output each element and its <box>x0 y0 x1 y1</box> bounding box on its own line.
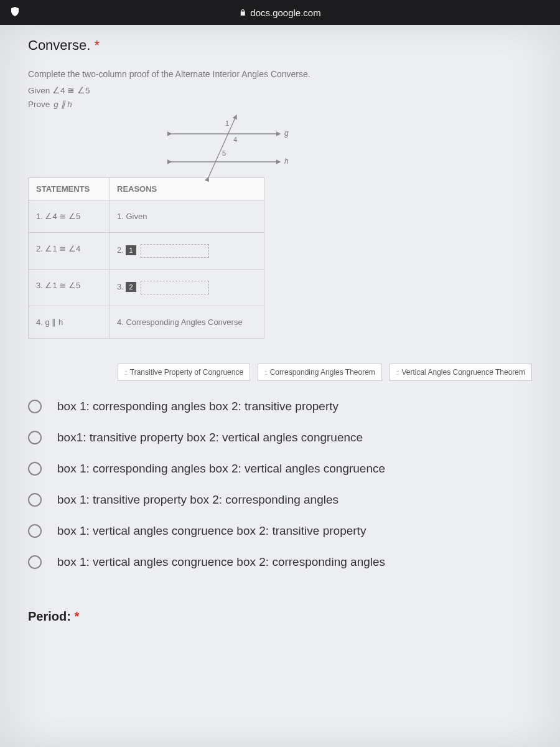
lock-icon <box>239 9 246 16</box>
required-indicator: * <box>94 37 100 53</box>
option-label: box 1: vertical angles congruence box 2:… <box>57 524 366 538</box>
prove-expression: g ∥ h <box>54 99 72 109</box>
draggable-chip[interactable]: :: Corresponding Angles Theorem <box>258 364 382 381</box>
address-bar: docs.google.com <box>239 7 320 18</box>
line-g-label: g <box>284 129 289 138</box>
given-text: Given ∠4 ≅ ∠5 <box>28 85 532 95</box>
reason-cell: 1. Given <box>110 200 264 232</box>
browser-statusbar: docs.google.com <box>0 0 560 25</box>
reason-cell: 4. Corresponding Angles Converse <box>110 306 264 338</box>
radio-option[interactable]: box 1: vertical angles congruence box 2:… <box>28 524 532 538</box>
form-page: Converse. * Complete the two-column proo… <box>0 25 560 747</box>
table-row: 2. ∠1 ≅ ∠4 2. 1 <box>29 233 264 270</box>
grip-icon: :: <box>396 369 399 376</box>
angle-4-label: 4 <box>233 136 237 143</box>
table-row: 1. ∠4 ≅ ∠5 1. Given <box>29 200 264 233</box>
svg-line-2 <box>208 115 236 177</box>
next-question-title: Period: * <box>28 609 532 624</box>
instruction-text: Complete the two-column proof of the Alt… <box>28 69 532 79</box>
url-text: docs.google.com <box>250 7 320 18</box>
option-label: box 1: corresponding angles box 2: verti… <box>57 462 385 476</box>
stmt-cell: 3. ∠1 ≅ ∠5 <box>29 270 110 306</box>
problem-block: 1 4 5 g h STATEMENTS REASONS 1. ∠4 ≅ ∠5 … <box>28 121 532 381</box>
radio-option[interactable]: box1: transitive property box 2: vertica… <box>28 431 532 444</box>
line-h-label: h <box>284 157 289 166</box>
radio-option[interactable]: box 1: corresponding angles box 2: verti… <box>28 462 532 476</box>
stmt-cell: 1. ∠4 ≅ ∠5 <box>29 200 110 232</box>
draggable-chip[interactable]: :: Vertical Angles Congruence Theorem <box>390 364 532 381</box>
option-label: box 1: corresponding angles box 2: trans… <box>57 400 338 413</box>
radio-icon[interactable] <box>28 555 42 569</box>
grip-icon: :: <box>124 369 127 376</box>
prove-text: Prove g ∥ h <box>28 99 532 109</box>
draggable-chip[interactable]: :: Transitive Property of Congruence <box>118 364 250 381</box>
answer-options: box 1: corresponding angles box 2: trans… <box>28 400 532 569</box>
radio-icon[interactable] <box>28 493 42 507</box>
proof-table: STATEMENTS REASONS 1. ∠4 ≅ ∠5 1. Given 2… <box>28 177 264 339</box>
reason-cell[interactable]: 3. 2 <box>110 270 264 306</box>
question-title: Converse. * <box>28 37 532 54</box>
drop-target-2[interactable] <box>141 281 209 294</box>
grip-icon: :: <box>264 369 267 376</box>
radio-icon[interactable] <box>28 400 42 413</box>
stmt-cell: 4. g ∥ h <box>29 306 110 338</box>
chip-bar: :: Transitive Property of Congruence :: … <box>28 364 532 381</box>
angle-5-label: 5 <box>222 149 226 157</box>
required-indicator: * <box>74 609 79 623</box>
reason-cell[interactable]: 2. 1 <box>110 233 264 269</box>
header-statements: STATEMENTS <box>29 178 110 200</box>
option-label: box 1: vertical angles congruence box 2:… <box>57 555 385 569</box>
option-label: box 1: transitive property box 2: corres… <box>57 493 338 507</box>
prove-label: Prove <box>28 100 50 109</box>
radio-icon[interactable] <box>28 462 42 476</box>
chip-label: Vertical Angles Congruence Theorem <box>401 368 525 377</box>
parallel-lines-figure: 1 4 5 g h <box>165 112 296 189</box>
table-row: 3. ∠1 ≅ ∠5 3. 2 <box>29 270 264 306</box>
question-title-text: Converse. <box>28 37 90 53</box>
table-row: 4. g ∥ h 4. Corresponding Angles Convers… <box>29 306 264 338</box>
radio-icon[interactable] <box>28 431 42 444</box>
option-label: box1: transitive property box 2: vertica… <box>57 431 363 444</box>
stmt-cell: 2. ∠1 ≅ ∠4 <box>29 233 110 269</box>
radio-icon[interactable] <box>28 524 42 538</box>
radio-option[interactable]: box 1: transitive property box 2: corres… <box>28 493 532 507</box>
chip-label: Corresponding Angles Theorem <box>270 368 375 377</box>
shield-icon <box>9 6 21 19</box>
box-number: 2 <box>126 282 136 292</box>
angle-1-label: 1 <box>225 120 229 127</box>
box-number: 1 <box>126 245 136 255</box>
drop-target-1[interactable] <box>141 244 209 258</box>
radio-option[interactable]: box 1: vertical angles congruence box 2:… <box>28 555 532 569</box>
radio-option[interactable]: box 1: corresponding angles box 2: trans… <box>28 400 532 413</box>
chip-label: Transitive Property of Congruence <box>130 368 243 377</box>
